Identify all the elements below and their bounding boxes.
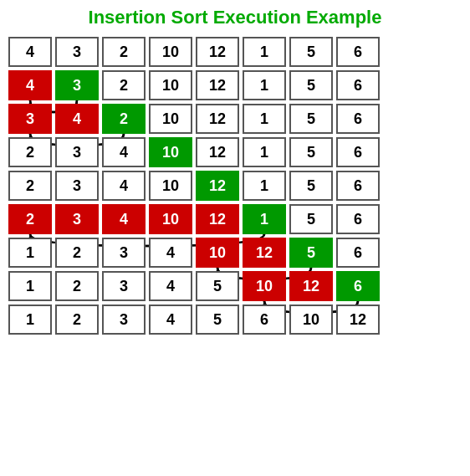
cell-r7-c7: 6 <box>336 271 380 301</box>
cell-r1-c6: 5 <box>289 70 333 100</box>
cell-r2-c7: 6 <box>336 104 380 134</box>
cell-r0-c2: 2 <box>102 37 146 67</box>
cell-r1-c0: 4 <box>8 70 52 100</box>
cell-r7-c4: 5 <box>196 271 239 301</box>
cell-r2-c5: 1 <box>243 104 286 134</box>
cell-r8-c2: 3 <box>102 305 146 335</box>
cell-r3-c3: 10 <box>149 137 192 167</box>
cell-r3-c0: 2 <box>8 137 52 167</box>
cell-r3-c1: 3 <box>55 137 99 167</box>
cell-r6-c1: 2 <box>55 238 99 268</box>
cell-r5-c6: 5 <box>289 204 333 234</box>
cell-r2-c3: 10 <box>149 104 192 134</box>
grid-container: 4321012156432101215634210121562341012156… <box>0 33 470 341</box>
cell-r0-c4: 12 <box>196 37 239 67</box>
row-0: 4321012156 <box>8 37 462 67</box>
cell-r1-c5: 1 <box>243 70 286 100</box>
row-2: 3421012156 <box>8 104 462 134</box>
cell-r2-c0: 3 <box>8 104 52 134</box>
cell-r6-c4: 10 <box>196 238 239 268</box>
cell-r5-c4: 12 <box>196 204 239 234</box>
cell-r6-c7: 6 <box>336 238 380 268</box>
cell-r8-c4: 5 <box>196 305 239 335</box>
cell-r3-c6: 5 <box>289 137 333 167</box>
cell-r6-c5: 12 <box>243 238 286 268</box>
row-4: 2341012156 <box>8 171 462 201</box>
row-8: 1234561012 <box>8 305 462 335</box>
cell-r1-c2: 2 <box>102 70 146 100</box>
cell-r5-c5: 1 <box>243 204 286 234</box>
cell-r3-c2: 4 <box>102 137 146 167</box>
cell-r8-c0: 1 <box>8 305 52 335</box>
cell-r0-c1: 3 <box>55 37 99 67</box>
cell-r5-c3: 10 <box>149 204 192 234</box>
cell-r4-c6: 5 <box>289 171 333 201</box>
cell-r3-c4: 12 <box>196 137 239 167</box>
cell-r7-c0: 1 <box>8 271 52 301</box>
cell-r0-c7: 6 <box>336 37 380 67</box>
row-5: 2341012156 <box>8 204 462 234</box>
cell-r6-c2: 3 <box>102 238 146 268</box>
cell-r7-c3: 4 <box>149 271 192 301</box>
cell-r1-c7: 6 <box>336 70 380 100</box>
row-6: 1234101256 <box>8 238 462 268</box>
cell-r4-c4: 12 <box>196 171 239 201</box>
cell-r1-c3: 10 <box>149 70 192 100</box>
cell-r0-c5: 1 <box>243 37 286 67</box>
cell-r2-c4: 12 <box>196 104 239 134</box>
cell-r2-c2: 2 <box>102 104 146 134</box>
cell-r2-c6: 5 <box>289 104 333 134</box>
cell-r4-c7: 6 <box>336 171 380 201</box>
cell-r7-c5: 10 <box>243 271 286 301</box>
cell-r1-c1: 3 <box>55 70 99 100</box>
row-1: 4321012156 <box>8 70 462 100</box>
cell-r5-c2: 4 <box>102 204 146 234</box>
cell-r1-c4: 12 <box>196 70 239 100</box>
cell-r4-c3: 10 <box>149 171 192 201</box>
cell-r8-c5: 6 <box>243 305 286 335</box>
cell-r0-c0: 4 <box>8 37 52 67</box>
row-3: 2341012156 <box>8 137 462 167</box>
page-title: Insertion Sort Execution Example <box>0 0 470 33</box>
cell-r3-c5: 1 <box>243 137 286 167</box>
cell-r4-c5: 1 <box>243 171 286 201</box>
cell-r5-c7: 6 <box>336 204 380 234</box>
row-7: 1234510126 <box>8 271 462 301</box>
cell-r8-c1: 2 <box>55 305 99 335</box>
cell-r6-c6: 5 <box>289 238 333 268</box>
cell-r5-c0: 2 <box>8 204 52 234</box>
cell-r4-c0: 2 <box>8 171 52 201</box>
cell-r4-c2: 4 <box>102 171 146 201</box>
cell-r7-c6: 12 <box>289 271 333 301</box>
cell-r0-c6: 5 <box>289 37 333 67</box>
cell-r2-c1: 4 <box>55 104 99 134</box>
cell-r3-c7: 6 <box>336 137 380 167</box>
cell-r8-c6: 10 <box>289 305 333 335</box>
cell-r8-c7: 12 <box>336 305 380 335</box>
cell-r7-c1: 2 <box>55 271 99 301</box>
cell-r5-c1: 3 <box>55 204 99 234</box>
cell-r0-c3: 10 <box>149 37 192 67</box>
cell-r8-c3: 4 <box>149 305 192 335</box>
cell-r6-c3: 4 <box>149 238 192 268</box>
cell-r7-c2: 3 <box>102 271 146 301</box>
cell-r6-c0: 1 <box>8 238 52 268</box>
cell-r4-c1: 3 <box>55 171 99 201</box>
